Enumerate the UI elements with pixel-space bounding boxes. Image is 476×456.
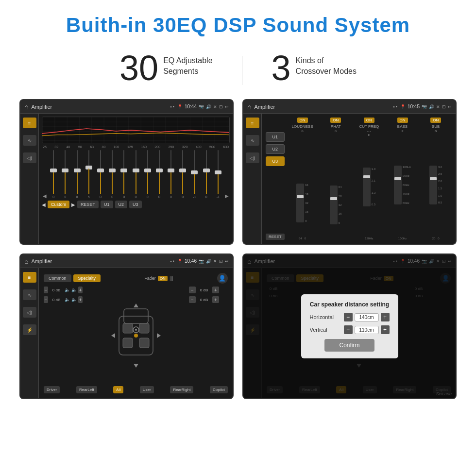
screen2-sidebar: ≡ ∿ ◁) [243,114,262,244]
horizontal-minus[interactable]: − [344,313,353,321]
crossover-content: U1 U2 U3 RESET ON LOUDNESS G [265,117,453,241]
cutfreq-band: ON CUT FREQ ~ ~ F 3.0 2.1 1.3 0.5 [353,118,385,240]
screen3-topbar-icons: 📍 10:46 📷 🔊 ✕ ⊡ ↩ [177,258,229,264]
slider-4[interactable]: 5 [84,150,94,199]
wave-icon[interactable]: ∿ [23,135,36,146]
pin-icon3: 📍 [177,259,183,264]
bass-slider[interactable] [394,166,402,204]
slider-11[interactable]: 0 [166,150,176,199]
slider-6[interactable]: 0 [107,150,117,199]
cutfreq-on[interactable]: ON [364,118,374,123]
slider-12[interactable]: 0 [178,150,187,199]
home-icon[interactable]: ⌂ [24,103,28,111]
vertical-plus[interactable]: + [381,325,390,334]
eq-icon[interactable]: ≡ [23,118,36,128]
br-db-control: − 0 dB + [189,296,228,303]
eq-chart [42,117,230,143]
close-icon: ✕ [213,104,217,109]
speaker-icon3[interactable]: ◁) [23,307,36,318]
tl-plus[interactable]: + [78,287,83,293]
sub-slider[interactable] [429,166,437,204]
horizontal-control: − 140cm + [344,313,390,321]
phat-slider[interactable] [330,186,338,224]
back-icon3[interactable]: ↩ [225,259,229,264]
reset-crossover[interactable]: RESET [266,234,285,240]
bl-plus[interactable]: + [78,296,83,303]
screen2-content: ≡ ∿ ◁) U1 U2 U3 RESET ON L [243,114,456,244]
next-btn[interactable]: ▶ [71,202,75,207]
wave-icon3[interactable]: ∿ [23,289,36,300]
sub-on[interactable]: ON [430,118,441,123]
screen-eq: ⌂ Amplifier ▪ • 📍 10:44 📷 🔊 ✕ ⊡ ↩ ≡ ∿ ◁) [19,99,234,245]
rearleft-btn[interactable]: RearLeft [76,386,97,393]
tl-minus[interactable]: − [44,287,48,293]
slider-5[interactable]: 0 [96,150,105,199]
cutfreq-slider[interactable] [363,168,371,206]
fader-slider[interactable]: ||| [170,276,173,281]
eq-icon2[interactable]: ≡ [246,118,259,128]
left-arrow[interactable]: ◀ [43,193,47,199]
slider-8[interactable]: 0 [131,150,141,199]
slider-3[interactable]: 0 [72,150,82,199]
speaker-icon2[interactable]: ◁) [246,152,259,163]
rearright-btn[interactable]: RearRight [170,386,193,393]
loudness-slider[interactable] [296,184,304,222]
loudness-on[interactable]: ON [297,118,308,123]
back-icon2[interactable]: ↩ [448,104,452,109]
slider-14[interactable]: 0 [202,150,211,199]
u3-select[interactable]: U3 [266,156,285,166]
br-plus[interactable]: + [212,296,219,303]
confirm-button[interactable]: Confirm [324,339,374,352]
back-icon[interactable]: ↩ [225,104,229,109]
eq-icon3[interactable]: ≡ [23,272,36,283]
right-arrow[interactable]: ▶ [225,193,229,199]
all-btn[interactable]: All [113,386,123,393]
car-diagram [86,287,185,384]
svg-rect-6 [123,338,133,348]
home-icon3[interactable]: ⌂ [24,257,28,265]
menu-icon: ▪ • [170,104,174,109]
slider-1[interactable]: 0 [49,150,58,199]
home-icon2[interactable]: ⌂ [247,103,251,111]
user-btn[interactable]: User [140,386,154,393]
br-minus[interactable]: − [189,296,196,303]
phat-on[interactable]: ON [330,118,341,123]
speaker-icon[interactable]: ◁) [23,152,36,163]
bass-on[interactable]: ON [397,118,408,123]
specialty-tab[interactable]: Specialty [73,274,101,282]
slider-7[interactable]: 0 [119,150,129,199]
custom-btn[interactable]: Custom [48,201,69,208]
u1-select[interactable]: U1 [266,132,285,142]
prev-btn[interactable]: ◀ [42,202,46,207]
horizontal-plus[interactable]: + [381,313,390,321]
fader-on[interactable]: ON [158,276,168,281]
tr-minus[interactable]: − [189,287,196,293]
screen-specialty: ⌂ Amplifier ▪ • 📍 10:46 📷 🔊 ✕ ⊡ ↩ ≡ ∿ ◁)… [19,253,234,399]
vertical-minus[interactable]: − [344,325,353,334]
slider-2[interactable]: 0 [60,150,70,199]
volume-icon3: 🔊 [206,259,211,264]
bl-minus[interactable]: − [44,296,48,303]
slider-13[interactable]: -1 [189,150,199,199]
svg-marker-12 [111,333,115,338]
reset-btn[interactable]: RESET [77,201,99,208]
driver-btn[interactable]: Driver [44,386,60,393]
vertical-control: − 110cm + [344,325,390,334]
tr-plus[interactable]: + [212,287,219,293]
bl-speaker2-icon: 🔈 [71,297,77,302]
u2-select[interactable]: U2 [266,144,285,154]
slider-15[interactable]: -1 [213,150,223,199]
slider-9[interactable]: 0 [143,150,153,199]
copilot-btn[interactable]: Copilot [210,386,228,393]
bluetooth-icon[interactable]: ⚡ [23,324,36,335]
slider-10[interactable]: 0 [154,150,164,199]
u1-btn[interactable]: U1 [101,201,113,208]
u2-btn[interactable]: U2 [115,201,128,208]
stat1-desc: EQ Adjustable Segments [163,51,212,77]
screen2-topbar-icons: 📍 10:45 📷 🔊 ✕ ⊡ ↩ [400,104,452,109]
screen3-sidebar: ≡ ∿ ◁) ⚡ [20,268,39,398]
wave-icon2[interactable]: ∿ [246,135,259,146]
common-tab[interactable]: Common [44,274,71,282]
u3-btn[interactable]: U3 [129,201,142,208]
camera-icon3: 📷 [199,259,204,264]
